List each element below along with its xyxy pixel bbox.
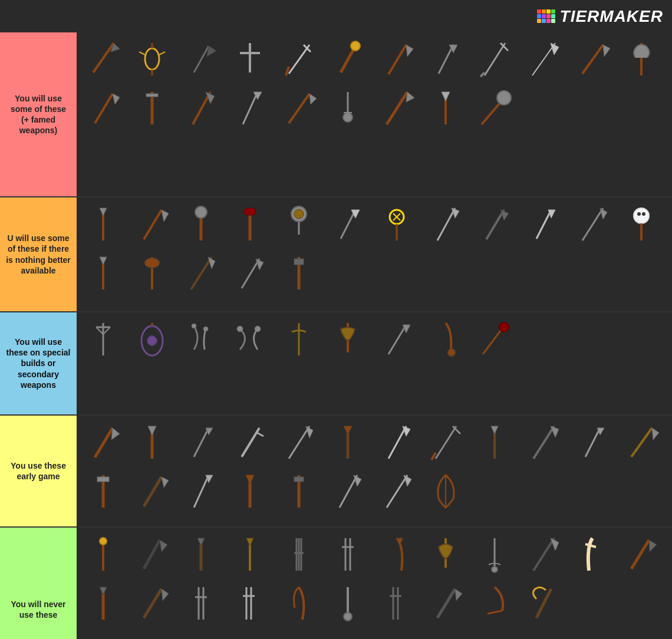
weapon-slot: [80, 84, 127, 131]
tier-content-b: [77, 312, 672, 414]
logo-cell-7: [546, 14, 551, 18]
weapon-slot: [422, 419, 469, 466]
weapon-slot: [569, 200, 616, 248]
tier-label-b: You will use these on special builds or …: [0, 312, 77, 414]
svg-point-2: [145, 48, 159, 70]
svg-line-171: [144, 589, 162, 618]
logo-cell-2: [542, 9, 546, 14]
svg-point-80: [145, 258, 159, 268]
svg-line-25: [582, 45, 603, 74]
svg-marker-29: [113, 94, 120, 104]
weapon-slot: [177, 467, 225, 515]
svg-line-142: [387, 475, 407, 508]
weapon-slot: [177, 35, 225, 83]
weapon-slot: [177, 200, 225, 248]
svg-marker-43: [406, 92, 414, 102]
svg-line-69: [536, 210, 551, 239]
svg-marker-137: [246, 475, 254, 484]
svg-line-90: [103, 327, 110, 334]
svg-line-126: [585, 428, 600, 457]
svg-marker-51: [162, 210, 169, 222]
tier-content-a: [77, 197, 672, 311]
weapon-slot: [275, 35, 322, 83]
weapon-slot: [373, 531, 420, 578]
weapon-slot: [520, 579, 567, 627]
svg-marker-26: [603, 45, 610, 57]
weapon-slot: [373, 315, 420, 363]
logo-grid: [537, 9, 555, 23]
svg-line-50: [144, 210, 162, 239]
weapon-slot: [422, 579, 469, 627]
weapon-slot: [422, 35, 469, 83]
weapon-slot: [422, 315, 469, 363]
tiermaker-logo: TiERMAKER: [537, 7, 663, 26]
weapon-slot: [177, 84, 225, 131]
tier-label-a: U will use some of these if there is not…: [0, 197, 77, 311]
svg-rect-86: [294, 259, 304, 265]
svg-marker-152: [246, 538, 253, 546]
weapon-slot: [618, 531, 665, 578]
svg-line-104: [483, 331, 500, 354]
weapon-slot: [177, 579, 225, 627]
weapon-slot: [471, 419, 518, 466]
svg-line-119: [436, 426, 456, 459]
weapon-slot: [520, 35, 567, 83]
tier-label-s: You will use some of these (+ famed weap…: [0, 32, 77, 196]
svg-marker-106: [111, 428, 120, 440]
svg-line-5: [139, 52, 145, 55]
weapon-slot: [373, 419, 420, 466]
weapon-slot: [226, 419, 274, 466]
logo-cell-1: [537, 9, 541, 14]
svg-marker-185: [455, 589, 462, 601]
weapon-slot: [618, 200, 665, 248]
weapon-slot: [324, 200, 371, 248]
weapon-slot: [569, 419, 616, 466]
svg-point-102: [448, 349, 455, 356]
weapon-slot: [129, 419, 176, 466]
svg-line-184: [437, 589, 455, 618]
weapon-slot: [129, 200, 176, 248]
weapon-slot: [80, 419, 127, 466]
svg-line-187: [536, 589, 551, 618]
weapon-slot: [226, 200, 274, 248]
weapon-slot: [373, 84, 420, 131]
weapon-slot: [324, 467, 371, 515]
svg-line-0: [93, 43, 114, 73]
tier-row-a: U will use some of these if there is not…: [0, 197, 672, 312]
svg-marker-49: [100, 208, 107, 216]
weapon-slot: [226, 531, 274, 578]
tier-content-s: [77, 32, 672, 196]
svg-line-124: [533, 426, 554, 459]
weapon-slot: [129, 84, 176, 131]
svg-line-140: [340, 475, 357, 508]
svg-marker-168: [649, 540, 657, 552]
weapon-slot: [471, 579, 518, 627]
svg-rect-31: [146, 94, 158, 97]
weapon-slot: [324, 579, 371, 627]
logo-cell-9: [537, 19, 541, 23]
svg-line-13: [286, 67, 289, 75]
svg-line-89: [96, 327, 103, 334]
weapon-slot: [471, 315, 518, 363]
svg-marker-17: [406, 45, 413, 57]
svg-marker-123: [491, 426, 498, 434]
weapon-slot: [129, 35, 176, 83]
svg-marker-160: [397, 538, 403, 546]
svg-line-109: [194, 428, 209, 457]
svg-marker-37: [309, 94, 317, 104]
weapon-slot: [422, 84, 469, 131]
svg-line-34: [243, 92, 258, 124]
svg-line-167: [631, 540, 649, 569]
weapon-slot: [275, 419, 322, 466]
weapon-slot: [129, 467, 176, 515]
svg-line-47: [482, 104, 499, 124]
svg-point-58: [294, 209, 304, 219]
page-container: TiERMAKER You will use some of these (+ …: [0, 0, 672, 639]
svg-line-132: [144, 477, 162, 506]
svg-point-92: [147, 336, 157, 345]
svg-line-112: [256, 432, 263, 436]
svg-line-105: [95, 428, 113, 457]
svg-line-81: [191, 257, 212, 289]
svg-marker-108: [148, 426, 156, 435]
svg-line-6: [159, 52, 165, 55]
